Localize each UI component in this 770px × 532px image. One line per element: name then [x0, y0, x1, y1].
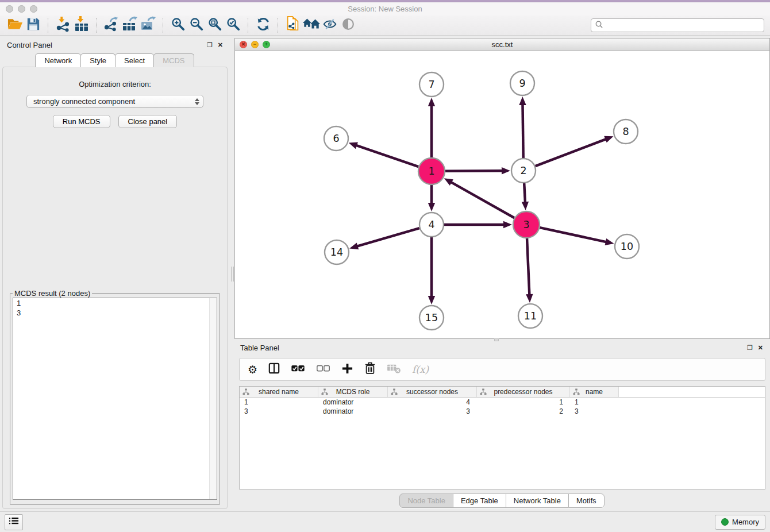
trash-icon: [364, 362, 376, 377]
eye-slash-icon: [322, 17, 337, 34]
search-input[interactable]: [603, 21, 760, 30]
edge-3-1[interactable]: [444, 178, 514, 218]
network-maximize-button[interactable]: +: [263, 41, 270, 48]
float-table-panel-icon[interactable]: ❐: [747, 345, 753, 351]
column-type-icon: [321, 388, 328, 397]
apply-layout-button[interactable]: [254, 17, 272, 34]
search-field[interactable]: [591, 18, 764, 32]
node-7[interactable]: 7: [419, 72, 444, 97]
edge-arrowhead-icon: [349, 142, 358, 149]
unselect-all-button[interactable]: [316, 364, 330, 375]
edge-2-3[interactable]: [522, 183, 529, 210]
table-row[interactable]: 1dominator411: [240, 398, 765, 407]
column-header-mcds-role[interactable]: MCDS role: [318, 387, 388, 397]
close-panel-button[interactable]: Close panel: [118, 115, 178, 128]
tab-motifs[interactable]: Motifs: [568, 494, 605, 508]
table-settings-button[interactable]: ⚙: [248, 364, 257, 375]
zoom-fit-button[interactable]: [206, 17, 224, 34]
export-image-button[interactable]: [139, 17, 157, 34]
delete-table-button[interactable]: [387, 363, 401, 376]
edge-1-2[interactable]: [445, 167, 510, 174]
node-table[interactable]: shared nameMCDS rolesuccessor nodesprede…: [239, 386, 765, 489]
task-history-button[interactable]: [5, 514, 23, 530]
edge-arrowhead-icon: [519, 97, 526, 105]
edge-3-10[interactable]: [540, 228, 614, 245]
criterion-dropdown[interactable]: strongly connected component: [26, 95, 203, 108]
edge-arrowhead-icon: [428, 296, 435, 304]
node-8[interactable]: 8: [614, 119, 638, 144]
tab-mcds[interactable]: MCDS: [153, 53, 194, 67]
memory-button[interactable]: Memory: [715, 515, 765, 530]
node-2[interactable]: 2: [511, 159, 536, 183]
node-10[interactable]: 10: [615, 234, 639, 259]
add-row-button[interactable]: [341, 363, 353, 377]
import-network-button[interactable]: [54, 17, 72, 34]
minimize-window-button[interactable]: [18, 5, 25, 13]
run-mcds-button[interactable]: Run MCDS: [53, 115, 110, 128]
close-table-panel-icon[interactable]: ✕: [758, 345, 763, 351]
edge-2-8[interactable]: [536, 136, 614, 166]
edge-arrowhead-icon: [349, 242, 359, 249]
tab-node-table[interactable]: Node Table: [399, 494, 453, 508]
result-scrollbar[interactable]: [209, 298, 217, 499]
zoom-window-button[interactable]: [30, 5, 37, 13]
node-6[interactable]: 6: [324, 126, 348, 151]
function-builder-button[interactable]: f(x): [412, 364, 429, 375]
edge-arrowhead-icon: [605, 238, 614, 245]
delete-row-button[interactable]: [364, 362, 376, 377]
network-minimize-button[interactable]: −: [251, 41, 259, 48]
tab-select[interactable]: Select: [115, 53, 154, 67]
network-canvas[interactable]: 7968124314101511: [235, 51, 769, 338]
vertical-splitter[interactable]: [230, 36, 234, 511]
column-type-icon: [480, 388, 487, 397]
zoom-out-button[interactable]: [187, 17, 206, 34]
node-3[interactable]: 3: [513, 211, 540, 238]
select-all-button[interactable]: [291, 364, 305, 375]
close-panel-icon[interactable]: ✕: [218, 42, 223, 48]
network-from-file-button[interactable]: [284, 17, 302, 34]
select-all-icon: [291, 364, 305, 375]
tab-network[interactable]: Network: [35, 53, 81, 67]
edge-1-7[interactable]: [428, 98, 435, 157]
node-4[interactable]: 4: [419, 213, 444, 237]
node-11[interactable]: 11: [518, 304, 542, 328]
edge-1-6[interactable]: [349, 142, 419, 167]
edge-4-15[interactable]: [428, 237, 435, 304]
zoom-selected-button[interactable]: [224, 17, 242, 34]
tab-network-table[interactable]: Network Table: [506, 494, 569, 508]
table-row[interactable]: 3dominator323: [240, 407, 765, 416]
column-header-name[interactable]: name: [570, 387, 619, 397]
tab-style[interactable]: Style: [80, 53, 116, 67]
close-window-button[interactable]: [6, 5, 13, 13]
table-toolbar: ⚙ f(x): [239, 358, 765, 381]
edge-2-9[interactable]: [519, 97, 526, 158]
edge-3-11[interactable]: [526, 238, 533, 303]
open-session-button[interactable]: [6, 17, 24, 34]
save-session-button[interactable]: [24, 17, 43, 34]
edge-1-4[interactable]: [428, 185, 435, 211]
network-file-icon: [286, 16, 301, 34]
window-controls: [6, 5, 37, 13]
column-header-shared-name[interactable]: shared name: [240, 387, 318, 397]
home-view-button[interactable]: [302, 17, 321, 34]
zoom-in-button[interactable]: [169, 17, 187, 34]
column-header-predecessor-nodes[interactable]: predecessor nodes: [477, 387, 570, 397]
horizontal-splitter-grip[interactable]: [494, 338, 499, 341]
node-9[interactable]: 9: [510, 71, 534, 95]
mcds-result-list[interactable]: 13: [13, 298, 217, 500]
float-panel-icon[interactable]: ❐: [207, 42, 213, 48]
export-network-button[interactable]: [102, 17, 121, 34]
export-table-button[interactable]: [121, 17, 139, 34]
network-close-button[interactable]: ✕: [240, 41, 247, 48]
node-14[interactable]: 14: [325, 240, 349, 264]
edge-4-3[interactable]: [444, 221, 512, 228]
show-columns-button[interactable]: [268, 363, 280, 376]
column-header-successor-nodes[interactable]: successor nodes: [388, 387, 477, 397]
node-1[interactable]: 1: [418, 158, 445, 184]
node-15[interactable]: 15: [419, 306, 444, 330]
birdseye-view-button[interactable]: [339, 17, 357, 34]
hide-graphics-details-button[interactable]: [321, 17, 339, 34]
tab-edge-table[interactable]: Edge Table: [453, 494, 506, 508]
import-table-button[interactable]: [72, 17, 91, 34]
edge-4-14[interactable]: [349, 228, 419, 249]
